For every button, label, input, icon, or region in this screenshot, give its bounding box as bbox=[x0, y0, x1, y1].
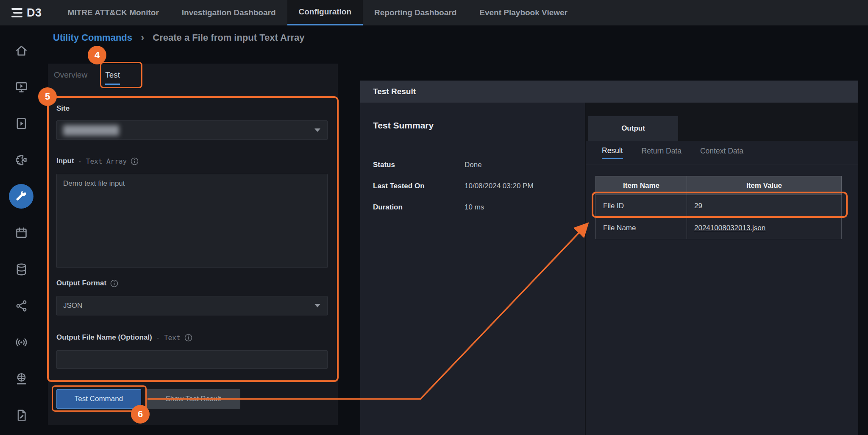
summary-label: Last Tested On bbox=[373, 182, 465, 190]
site-dropdown[interactable] bbox=[56, 120, 328, 140]
home-icon bbox=[14, 44, 28, 58]
input-textarea-value: Demo text file input bbox=[63, 179, 125, 187]
sidebar-item-broadcast[interactable] bbox=[9, 330, 33, 354]
output-format-dropdown[interactable]: JSON bbox=[56, 296, 328, 315]
broadcast-icon bbox=[14, 335, 28, 349]
breadcrumb-current: Create a File from input Text Array bbox=[153, 32, 304, 43]
info-icon[interactable] bbox=[184, 334, 192, 342]
summary-row-duration: Duration 10 ms bbox=[373, 197, 576, 218]
nav-tab-configuration[interactable]: Configuration bbox=[287, 0, 363, 25]
output-file-name-input[interactable] bbox=[56, 350, 328, 369]
output-file-name-label-text: Output File Name (Optional) bbox=[56, 333, 152, 342]
sidebar-item-monitor-playbooks[interactable] bbox=[9, 75, 33, 99]
summary-row-status: Status Done bbox=[373, 154, 576, 176]
nav-tab-mitre-attack-monitor[interactable]: MITRE ATT&CK Monitor bbox=[56, 0, 170, 25]
top-nav-tabs: MITRE ATT&CK Monitor Investigation Dashb… bbox=[56, 0, 579, 25]
sidebar-item-geolocation[interactable] bbox=[9, 366, 33, 391]
chevron-down-icon bbox=[314, 304, 320, 307]
nav-tab-label: Configuration bbox=[299, 7, 352, 17]
result-table-header-row: Item Name Item Value bbox=[596, 176, 842, 195]
globe-icon bbox=[14, 372, 28, 386]
nav-tab-reporting-dashboard[interactable]: Reporting Dashboard bbox=[363, 0, 468, 25]
nav-tab-label: Investigation Dashboard bbox=[182, 8, 276, 17]
nav-tab-label: Event Playbook Viewer bbox=[479, 8, 568, 17]
breadcrumb-parent-link[interactable]: Utility Commands bbox=[53, 32, 132, 43]
info-icon[interactable] bbox=[110, 279, 118, 287]
video-file-icon bbox=[14, 117, 28, 131]
cell-item-value: 20241008032013.json bbox=[687, 217, 842, 239]
monitor-play-icon bbox=[14, 80, 28, 94]
nav-tab-investigation-dashboard[interactable]: Investigation Dashboard bbox=[170, 0, 287, 25]
table-row-file-id: File ID 29 bbox=[596, 195, 842, 217]
summary-label: Status bbox=[373, 161, 465, 169]
tab-output[interactable]: Output bbox=[588, 116, 678, 141]
file-name-link[interactable]: 20241008032013.json bbox=[694, 224, 765, 232]
share-nodes-icon bbox=[14, 299, 28, 313]
nav-tab-label: MITRE ATT&CK Monitor bbox=[68, 8, 159, 17]
sidebar-item-home[interactable] bbox=[9, 38, 33, 63]
output-file-name-label: Output File Name (Optional) - Text bbox=[56, 333, 192, 342]
test-result-header: Test Result bbox=[360, 81, 858, 103]
nav-tab-event-playbook-viewer[interactable]: Event Playbook Viewer bbox=[468, 0, 579, 25]
info-icon[interactable] bbox=[131, 157, 139, 165]
cell-item-name: File Name bbox=[596, 217, 687, 239]
document-edit-icon bbox=[14, 408, 28, 422]
output-format-label: Output Format bbox=[56, 279, 118, 287]
utility-tools-icon bbox=[14, 190, 28, 204]
nav-tab-label: Reporting Dashboard bbox=[374, 8, 456, 17]
chevron-down-icon bbox=[314, 128, 320, 132]
calendar-icon bbox=[14, 226, 28, 240]
cell-item-value: 29 bbox=[687, 195, 842, 217]
top-nav: D3 MITRE ATT&CK Monitor Investigation Da… bbox=[0, 0, 868, 25]
output-format-value: JSON bbox=[63, 301, 82, 310]
output-file-name-type-hint: - Text bbox=[156, 334, 181, 342]
sub-tab-context-data[interactable]: Context Data bbox=[700, 147, 743, 158]
puzzle-icon bbox=[14, 153, 28, 167]
result-table: Item Name Item Value File ID 29 File Nam… bbox=[595, 176, 842, 239]
sidebar-item-schedules[interactable] bbox=[9, 220, 33, 245]
site-label: Site bbox=[56, 104, 70, 113]
summary-value: 10/08/2024 03:20 PM bbox=[465, 182, 534, 190]
input-type-hint: - Text Array bbox=[78, 157, 127, 165]
sub-tab-result[interactable]: Result bbox=[602, 146, 623, 159]
column-header-item-value: Item Value bbox=[687, 176, 842, 195]
tab-overview[interactable]: Overview bbox=[54, 70, 87, 85]
sidebar-item-video-files[interactable] bbox=[9, 111, 33, 136]
summary-value: Done bbox=[465, 161, 482, 169]
input-label: Input - Text Array bbox=[56, 157, 139, 165]
breadcrumb-separator-icon: › bbox=[141, 31, 144, 44]
sidebar-item-integrations[interactable] bbox=[9, 148, 33, 172]
output-format-label-text: Output Format bbox=[56, 279, 106, 287]
breadcrumb: Utility Commands › Create a File from in… bbox=[0, 25, 868, 50]
database-icon bbox=[14, 262, 28, 276]
app-root: D3 MITRE ATT&CK Monitor Investigation Da… bbox=[0, 0, 868, 435]
show-test-result-button[interactable]: Show Test Result bbox=[146, 389, 240, 409]
test-result-title: Test Result bbox=[373, 87, 416, 96]
test-command-button-label: Test Command bbox=[75, 395, 123, 403]
sidebar-rail bbox=[0, 25, 42, 435]
input-label-text: Input bbox=[56, 157, 74, 165]
d3-logo-icon bbox=[11, 7, 24, 18]
input-textarea[interactable]: Demo text file input bbox=[56, 174, 328, 268]
sidebar-item-data-management[interactable] bbox=[9, 257, 33, 282]
output-sub-tabs: Result Return Data Context Data bbox=[586, 141, 858, 165]
command-form-panel: Overview Test Site Input - Text Array De… bbox=[48, 64, 338, 425]
summary-label: Duration bbox=[373, 203, 465, 212]
site-value-redacted bbox=[63, 125, 119, 136]
test-command-button[interactable]: Test Command bbox=[56, 389, 141, 409]
output-tab-strip: Output bbox=[586, 103, 858, 141]
site-label-text: Site bbox=[56, 104, 70, 113]
test-result-panel: Test Result Test Summary Status Done Las… bbox=[360, 81, 858, 435]
show-test-result-button-label: Show Test Result bbox=[165, 395, 221, 403]
column-header-item-name: Item Name bbox=[596, 176, 687, 195]
sidebar-item-connections[interactable] bbox=[9, 293, 33, 318]
test-summary: Status Done Last Tested On 10/08/2024 03… bbox=[373, 154, 576, 218]
logo-text: D3 bbox=[27, 6, 42, 20]
cell-item-name: File ID bbox=[596, 195, 687, 217]
sidebar-item-utility-commands[interactable] bbox=[9, 184, 33, 209]
tab-test[interactable]: Test bbox=[105, 70, 120, 85]
sub-tab-return-data[interactable]: Return Data bbox=[642, 147, 682, 158]
sidebar-item-reports[interactable] bbox=[9, 403, 33, 427]
summary-row-last-tested: Last Tested On 10/08/2024 03:20 PM bbox=[373, 176, 576, 197]
form-tabs: Overview Test bbox=[48, 64, 338, 85]
